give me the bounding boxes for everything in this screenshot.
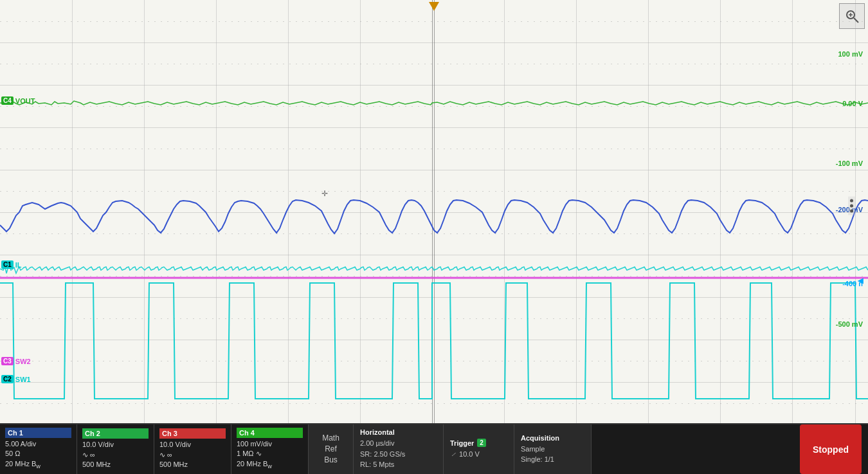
acq-single: Single: 1/1 [521,454,584,465]
ch2-title: Ch 2 [82,428,149,439]
acquisition-box[interactable]: Acquisition Sample Single: 1/1 [514,424,592,474]
voltage-100mv: 100 mV [838,50,863,58]
ch1-signal-name: IL [15,261,22,269]
voltage-neg500mv: -500 mV [836,320,863,328]
trigger-arrow: ◀ [858,277,863,285]
ch2-info-box[interactable]: Ch 2 10.0 V/div ∿ ∞ 500 MHz [77,424,154,474]
ch2-div: 10.0 V/div [82,440,149,450]
ch3-signal-name: SW2 [15,358,31,365]
ch3-bw: 500 MHz [159,460,226,469]
svg-line-3 [854,18,858,23]
ch4-div: 100 mV/div [237,439,303,449]
ch3-badge: C3 [1,357,14,365]
ch3-label: C3 SW2 [1,357,31,365]
bottom-bar: Ch 1 5.00 A/div 50 Ω 20 MHz Bw Ch 2 10.0… [0,424,868,474]
horizontal-box[interactable]: Horizontal 2.00 µs/div SR: 2.50 GS/s RL:… [354,424,444,474]
ch3-title: Ch 3 [159,428,226,439]
oscilloscope-screen: ✛ 100 mV 0.00 V -100 mV -200 mV -400 n -… [0,0,868,424]
waveform-display: ✛ [0,0,868,424]
trigger-title: Trigger 2 [450,439,507,447]
dot1 [850,199,853,203]
trigger-box[interactable]: Trigger 2 ⟋ 10.0 V [444,424,514,474]
ch2-label: C2 SW1 [1,375,31,383]
ch1-label: C1 IL [1,260,22,269]
horiz-rl: RL: 5 Mpts [360,459,437,470]
ch2-signal-name: SW1 [15,376,31,383]
ch4-title: Ch 4 [237,428,303,438]
trigger-slope: ⟋ 10.0 V [450,449,507,460]
ch2-coup: ∿ ∞ [82,450,149,460]
math-ref-bus-label: MathRefBus [322,433,339,465]
ch3-div: 10.0 V/div [159,440,226,450]
ch1-imp: 50 Ω [5,449,71,459]
ch1-title: Ch 1 [5,428,71,438]
svg-text:✛: ✛ [321,189,328,198]
ch3-coup: ∿ ∞ [159,450,226,460]
trigger-label: Trigger [450,439,474,447]
dot2 [850,205,853,208]
ch4-imp: 1 MΩ ∿ [237,449,303,459]
ch1-div: 5.00 A/div [5,439,71,449]
ch2-bw: 500 MHz [82,460,149,469]
math-ref-bus-box[interactable]: MathRefBus [309,424,354,474]
horiz-sr: SR: 2.50 GS/s [360,449,437,460]
dot3 [850,210,853,213]
ch4-label: C4 VOUT [1,96,35,105]
ch1-bw: 20 MHz Bw [5,459,71,471]
zoom-icon[interactable] [839,3,865,29]
ch1-info-box[interactable]: Ch 1 5.00 A/div 50 Ω 20 MHz Bw [0,424,77,474]
ch1-badge: C1 [1,260,14,269]
stopped-label: Stopped [813,444,849,455]
trigger-ch-badge: 2 [477,439,486,447]
acq-mode: Sample [521,444,584,455]
stopped-box[interactable]: Stopped [800,424,862,474]
voltage-0v: 0.00 V [842,100,863,107]
ch4-signal-name: VOUT [15,97,35,105]
voltage-neg100mv: -100 mV [836,160,863,167]
horizontal-title: Horizontal [360,428,437,436]
ch4-badge: C4 [1,96,14,105]
dots-menu[interactable] [848,197,855,215]
ch4-info-box[interactable]: Ch 4 100 mV/div 1 MΩ ∿ 20 MHz Bw [231,424,309,474]
ch3-info-box[interactable]: Ch 3 10.0 V/div ∿ ∞ 500 MHz [154,424,231,474]
ch4-bw: 20 MHz Bw [237,459,303,471]
ch2-badge: C2 [1,375,14,383]
horiz-div: 2.00 µs/div [360,438,437,449]
acquisition-title: Acquisition [521,434,584,442]
